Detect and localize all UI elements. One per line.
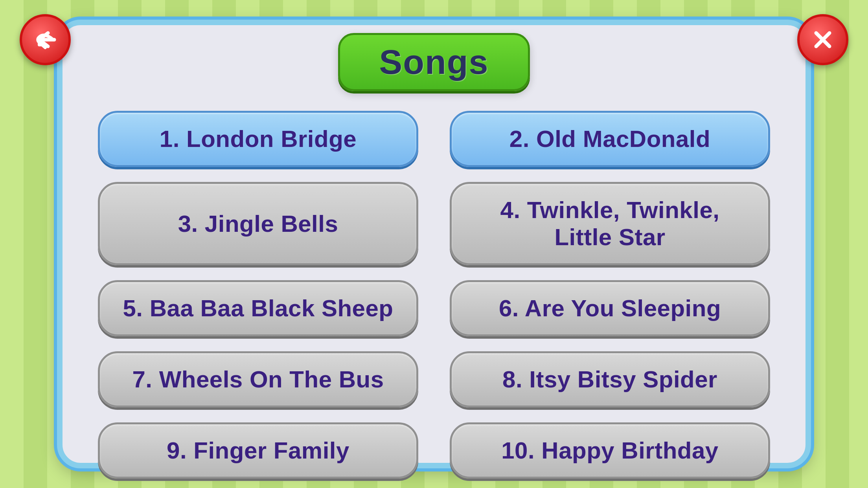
songs-dialog: Songs 1. London Bridge2. Old MacDonald3.…	[57, 20, 811, 468]
song-button-1[interactable]: 1. London Bridge	[98, 111, 418, 167]
song-button-2[interactable]: 2. Old MacDonald	[450, 111, 770, 167]
song-button-7[interactable]: 7. Wheels On The Bus	[98, 351, 418, 407]
close-button[interactable]	[797, 14, 848, 65]
dialog-title: Songs	[379, 42, 489, 81]
song-button-3[interactable]: 3. Jingle Bells	[98, 182, 418, 265]
song-button-8[interactable]: 8. Itsy Bitsy Spider	[450, 351, 770, 407]
song-button-9[interactable]: 9. Finger Family	[98, 422, 418, 479]
song-button-5[interactable]: 5. Baa Baa Black Sheep	[98, 280, 418, 336]
song-button-10[interactable]: 10. Happy Birthday	[450, 422, 770, 479]
songs-grid: 1. London Bridge2. Old MacDonald3. Jingl…	[98, 111, 770, 479]
song-button-6[interactable]: 6. Are You Sleeping	[450, 280, 770, 336]
back-button[interactable]	[20, 14, 71, 65]
title-banner: Songs	[338, 33, 530, 91]
song-button-4[interactable]: 4. Twinkle, Twinkle, Little Star	[450, 182, 770, 265]
